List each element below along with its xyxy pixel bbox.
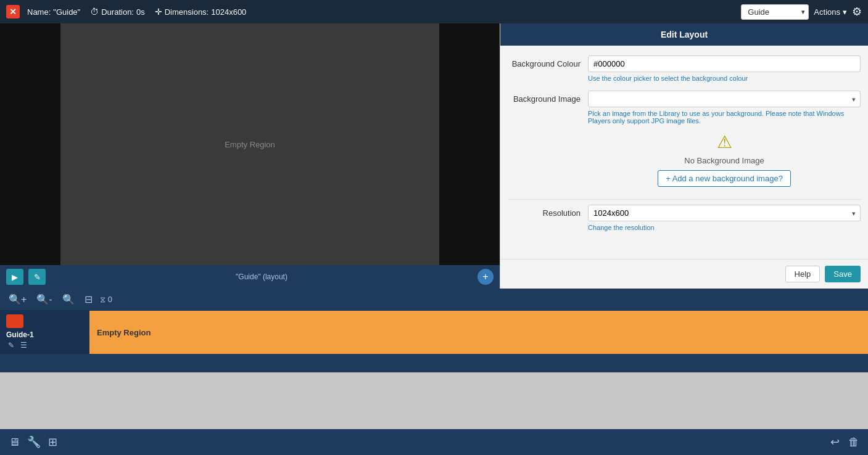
track-color-bar xyxy=(6,314,23,328)
bg-image-hint: Pick an image from the Library to use as… xyxy=(588,110,861,125)
canvas-edit-button[interactable]: ✎ xyxy=(28,269,46,285)
timeline-region[interactable]: Empty Region xyxy=(89,311,868,354)
no-bg-text: No Background Image xyxy=(684,156,764,165)
edit-layout-title: Edit Layout xyxy=(661,30,708,39)
timeline-toolbar: 🔍+ 🔍- 🔍 ⊟ ⧖ 0 xyxy=(0,289,868,311)
dimensions-value: 1024x600 xyxy=(211,7,246,17)
bottom-right: ↩ 🗑 xyxy=(830,435,859,449)
bg-image-select[interactable] xyxy=(588,91,861,107)
zoom-fit-button[interactable]: ⊟ xyxy=(82,292,95,306)
canvas-bottom-controls: ▶ ✎ xyxy=(6,269,46,285)
count-value: 0 xyxy=(108,295,112,304)
resolution-select[interactable]: 1024x600 xyxy=(588,205,861,221)
canvas-add-button[interactable]: + xyxy=(477,269,494,285)
main-content: Empty Region ▶ ✎ "Guide" (layout) + Edit… xyxy=(0,23,868,289)
name-info: Name: "Guide" xyxy=(27,7,80,17)
bg-color-row: Background Colour Use the colour picker … xyxy=(508,55,861,82)
bg-color-hint: Use the colour picker to select the back… xyxy=(588,75,861,82)
duration-label: Duration: xyxy=(101,7,134,17)
timeline-region-text: Empty Region xyxy=(97,328,151,337)
zoom-in-button[interactable]: 🔍+ xyxy=(6,292,29,306)
edit-layout-header: Edit Layout xyxy=(500,23,868,46)
actions-button[interactable]: Actions ▾ xyxy=(814,7,847,17)
edit-layout-footer: Help Save xyxy=(500,259,868,289)
canvas-area: Empty Region ▶ ✎ "Guide" (layout) + xyxy=(0,23,500,289)
top-bar: ✕ Name: "Guide" ⏱ Duration: 0s ✛ Dimensi… xyxy=(0,0,868,23)
timeline-content: Guide-1 ✎ ☰ Empty Region xyxy=(0,311,868,354)
add-bg-button[interactable]: + Add a new background image? xyxy=(658,170,791,187)
zoom-full-button[interactable]: 🔍 xyxy=(60,292,77,306)
delete-button[interactable]: 🗑 xyxy=(848,436,859,449)
bg-image-select-wrapper: ▾ xyxy=(588,91,861,107)
dimensions-label: Dimensions: xyxy=(165,7,209,17)
zoom-out-button[interactable]: 🔍- xyxy=(34,292,54,306)
bg-image-label: Background Image xyxy=(508,91,588,104)
bg-color-label: Background Colour xyxy=(508,55,588,68)
track-edit-button[interactable]: ✎ xyxy=(6,340,16,350)
dimensions-info: ✛ Dimensions: 1024x600 xyxy=(155,7,247,17)
resolution-hint: Change the resolution xyxy=(588,224,861,231)
duration-info: ⏱ Duration: 0s xyxy=(90,7,144,17)
tools-button[interactable]: 🔧 xyxy=(27,435,41,449)
actions-label: Actions xyxy=(814,7,840,17)
actions-arrow-icon: ▾ xyxy=(843,7,847,17)
top-bar-right: Guide ▾ Actions ▾ ⚙ xyxy=(741,4,862,20)
bg-image-field: ▾ Pick an image from the Library to use … xyxy=(588,91,861,191)
canvas-inner: Empty Region xyxy=(60,23,439,265)
gear-button[interactable]: ⚙ xyxy=(852,5,862,18)
canvas-bottom-bar: ▶ ✎ "Guide" (layout) + xyxy=(0,265,500,289)
name-label: Name: xyxy=(27,7,51,17)
warning-icon: ⚠ xyxy=(717,132,732,152)
dimensions-icon: ✛ xyxy=(155,7,162,17)
save-button[interactable]: Save xyxy=(825,266,861,282)
timeline-area: 🔍+ 🔍- 🔍 ⊟ ⧖ 0 Guide-1 ✎ ☰ Empty Region xyxy=(0,289,868,369)
resolution-select-wrapper: 1024x600 ▾ xyxy=(588,205,861,221)
apps-button[interactable]: ⊞ xyxy=(48,435,57,449)
canvas-play-button[interactable]: ▶ xyxy=(6,269,23,285)
divider xyxy=(508,199,861,200)
track-list-button[interactable]: ☰ xyxy=(19,340,29,350)
bg-color-input[interactable] xyxy=(588,55,861,72)
canvas-layout-label: "Guide" (layout) xyxy=(236,273,287,281)
edit-layout-panel: Edit Layout Background Colour Use the co… xyxy=(500,23,868,289)
timeline-track-label: Guide-1 ✎ ☰ xyxy=(0,311,89,354)
bg-image-row: Background Image ▾ Pick an image from th… xyxy=(508,91,861,191)
resolution-field: 1024x600 ▾ Change the resolution xyxy=(588,205,861,231)
bottom-bar: 🖥 🔧 ⊞ ↩ 🗑 xyxy=(0,429,868,455)
canvas-right-bar xyxy=(439,23,500,265)
guide-dropdown[interactable]: Guide xyxy=(741,4,809,20)
no-bg-image-area: ⚠ No Background Image + Add a new backgr… xyxy=(588,125,861,191)
undo-button[interactable]: ↩ xyxy=(830,435,840,449)
help-button[interactable]: Help xyxy=(785,266,820,282)
resolution-row: Resolution 1024x600 ▾ Change the resolut… xyxy=(508,205,861,231)
timeline-bottom xyxy=(0,354,868,372)
close-button[interactable]: ✕ xyxy=(6,5,20,18)
duration-value: 0s xyxy=(136,7,145,17)
top-bar-left: ✕ Name: "Guide" ⏱ Duration: 0s ✛ Dimensi… xyxy=(6,5,246,18)
edit-layout-body: Background Colour Use the colour picker … xyxy=(500,46,868,259)
bottom-left: 🖥 🔧 ⊞ xyxy=(9,435,57,449)
canvas-empty-region-label: Empty Region xyxy=(225,140,275,149)
resolution-label: Resolution xyxy=(508,205,588,218)
display-button[interactable]: 🖥 xyxy=(9,436,20,449)
bg-color-field: Use the colour picker to select the back… xyxy=(588,55,861,82)
track-icons: ✎ ☰ xyxy=(6,340,29,350)
top-bar-info: Name: "Guide" ⏱ Duration: 0s ✛ Dimension… xyxy=(27,7,246,17)
guide-dropdown-wrapper: Guide ▾ xyxy=(741,4,809,20)
clock-icon: ⏱ xyxy=(90,7,99,17)
track-name: Guide-1 xyxy=(6,330,34,339)
name-value: "Guide" xyxy=(53,7,80,17)
filter-icon: ⧖ xyxy=(100,295,105,305)
timeline-count: ⧖ 0 xyxy=(100,295,112,305)
canvas-left-bar xyxy=(0,23,60,265)
